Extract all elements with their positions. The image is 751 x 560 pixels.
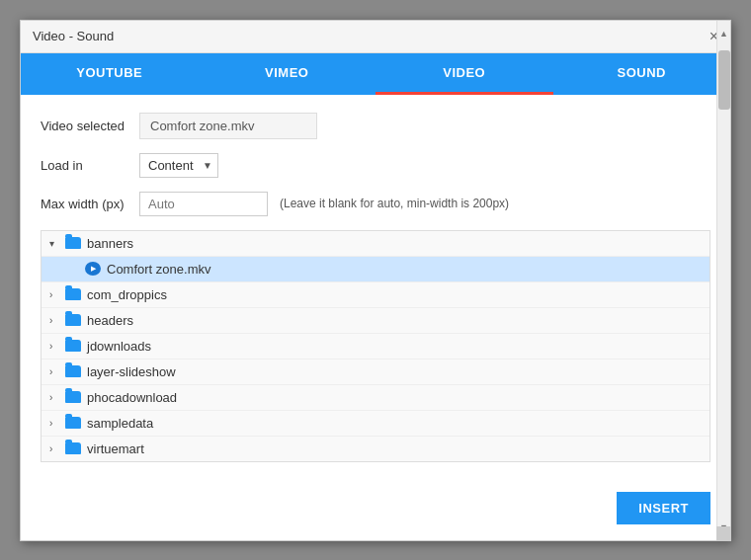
tree-label-com-droppics: com_droppics bbox=[87, 287, 167, 302]
load-in-row: Load in Content Header Footer ▼ bbox=[41, 153, 710, 178]
chevron-layer-slideshow: › bbox=[49, 366, 61, 377]
form-content: Video selected Comfort zone.mkv Load in … bbox=[21, 95, 730, 482]
dialog: Video - Sound × YOUTUBE VIMEO VIDEO SOUN… bbox=[20, 20, 731, 541]
folder-icon-jdownloads bbox=[65, 340, 81, 352]
tab-video[interactable]: VIDEO bbox=[376, 53, 553, 95]
chevron-headers: › bbox=[49, 315, 61, 326]
load-in-select[interactable]: Content Header Footer bbox=[139, 153, 218, 178]
tree-item-phocadownload[interactable]: › phocadownload bbox=[42, 385, 709, 411]
scrollbar-thumb[interactable] bbox=[718, 50, 730, 110]
tree-item-layer-slideshow[interactable]: › layer-slideshow bbox=[42, 360, 709, 385]
tree-label-comfort: Comfort zone.mkv bbox=[107, 262, 210, 277]
video-icon-comfort bbox=[85, 262, 101, 276]
tab-bar: YOUTUBE VIMEO VIDEO SOUND bbox=[21, 53, 730, 95]
folder-icon-sampledata bbox=[65, 417, 81, 429]
tree-label-headers: headers bbox=[87, 313, 133, 328]
load-in-select-wrap: Content Header Footer ▼ bbox=[139, 153, 218, 178]
tree-label-jdownloads: jdownloads bbox=[87, 339, 151, 354]
tab-vimeo[interactable]: VIMEO bbox=[199, 53, 376, 95]
chevron-sampledata: › bbox=[49, 418, 61, 429]
tree-item-jdownloads[interactable]: › jdownloads bbox=[42, 334, 709, 360]
insert-button[interactable]: INSERT bbox=[617, 492, 710, 524]
tab-sound[interactable]: SOUND bbox=[553, 53, 731, 95]
tree-label-layer-slideshow: layer-slideshow bbox=[87, 364, 176, 379]
tree-label-virtuemart: virtuemart bbox=[87, 441, 144, 456]
tree-item-virtuemart[interactable]: › virtuemart bbox=[42, 437, 709, 461]
tree-item-banners[interactable]: ▾ banners bbox=[42, 231, 709, 257]
folder-icon-banners bbox=[65, 237, 81, 249]
max-width-row: Max width (px) (Leave it blank for auto,… bbox=[41, 192, 710, 216]
folder-icon-layer-slideshow bbox=[65, 365, 81, 377]
video-selected-row: Video selected Comfort zone.mkv bbox=[41, 113, 710, 139]
chevron-com-droppics: › bbox=[49, 289, 61, 300]
dialog-title: Video - Sound bbox=[33, 29, 114, 43]
chevron-banners: ▾ bbox=[49, 238, 61, 249]
tree-item-com-droppics[interactable]: › com_droppics bbox=[42, 282, 709, 308]
folder-icon-headers bbox=[65, 314, 81, 326]
chevron-phocadownload: › bbox=[49, 392, 61, 403]
tree-item-sampledata[interactable]: › sampledata bbox=[42, 411, 709, 437]
tree-label-phocadownload: phocadownload bbox=[87, 390, 177, 405]
file-tree: ▾ banners Comfort zone.mkv › com_droppic… bbox=[41, 230, 710, 462]
tree-item-headers[interactable]: › headers bbox=[42, 308, 709, 334]
max-width-hint: (Leave it blank for auto, min-width is 2… bbox=[280, 197, 509, 210]
folder-icon-com-droppics bbox=[65, 288, 81, 300]
resize-handle[interactable] bbox=[716, 526, 730, 540]
video-selected-label: Video selected bbox=[41, 119, 139, 133]
tree-item-comfort[interactable]: Comfort zone.mkv bbox=[42, 257, 709, 282]
max-width-input[interactable] bbox=[139, 192, 268, 216]
chevron-jdownloads: › bbox=[49, 341, 61, 352]
load-in-label: Load in bbox=[41, 158, 139, 173]
tree-label-sampledata: sampledata bbox=[87, 416, 153, 431]
folder-icon-virtuemart bbox=[65, 442, 81, 454]
max-width-label: Max width (px) bbox=[41, 197, 139, 211]
scrollbar[interactable]: ▲ ▼ bbox=[716, 21, 730, 540]
video-selected-value: Comfort zone.mkv bbox=[139, 113, 317, 139]
footer: INSERT bbox=[21, 482, 730, 540]
tab-youtube[interactable]: YOUTUBE bbox=[21, 53, 199, 95]
chevron-virtuemart: › bbox=[49, 443, 61, 454]
scrollbar-up-arrow[interactable]: ▲ bbox=[717, 29, 730, 39]
title-bar: Video - Sound × bbox=[21, 21, 730, 53]
folder-icon-phocadownload bbox=[65, 391, 81, 403]
tree-label-banners: banners bbox=[87, 236, 133, 251]
